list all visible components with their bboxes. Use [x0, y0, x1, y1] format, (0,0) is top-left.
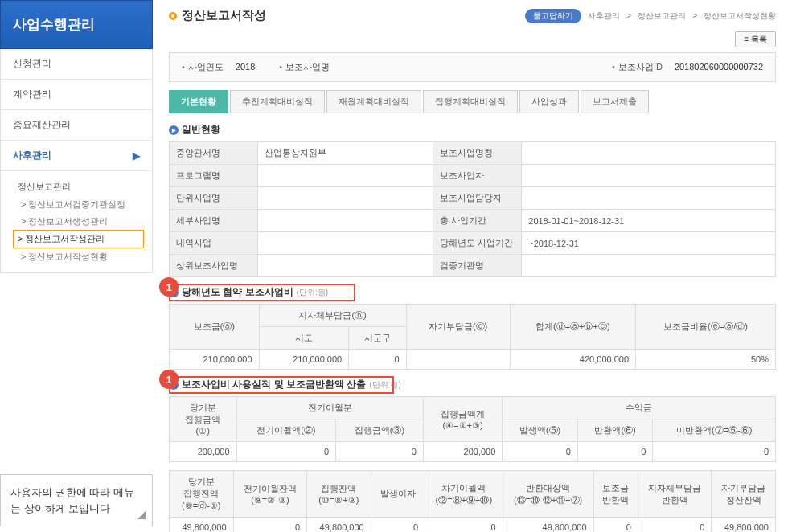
tab-plan[interactable]: 추진계획대비실적	[230, 90, 325, 113]
tab-basic[interactable]: 기본현황	[169, 90, 228, 113]
tab-exec[interactable]: 집행계획대비실적	[423, 90, 518, 113]
bizid-label: 보조사업ID	[618, 62, 663, 72]
usage-table-2: 당기분 집행잔액 (⑧=ⓓ-①) 전기이월잔액 (⑨=②-③) 집행잔액 (⑩=…	[169, 470, 776, 532]
info-bar: •사업연도2018 •보조사업명 •보조사업ID2018020600000007…	[169, 52, 776, 82]
bizname-label: 보조사업명	[285, 62, 330, 72]
sidebar-item-contract[interactable]: 계약관리	[1, 80, 152, 110]
list-button[interactable]: 목록	[735, 31, 776, 47]
year-label: 사업연도	[188, 62, 224, 72]
sidebar-sub-item-status[interactable]: > 정산보고서작성현황	[13, 248, 152, 265]
bullet-blue-icon	[169, 125, 179, 135]
section3-title: 보조사업비 사용실적 및 보조금반환액 산출 (단위:원)	[169, 378, 776, 391]
sidebar-sub-item-verify[interactable]: > 정산보고서검증기관설정	[13, 196, 152, 213]
sidebar-sub-item-write[interactable]: > 정산보고서작성관리	[13, 230, 144, 248]
tabs: 기본현황 추진계획대비실적 재원계획대비실적 집행계획대비실적 사업성과 보고서…	[169, 90, 776, 113]
sidebar-item-asset[interactable]: 중요재산관리	[1, 110, 152, 141]
sidebar-title: 사업수행관리	[0, 0, 153, 49]
breadcrumb: 물고답하기 사후관리 > 정산보고관리 > 정산보고서작성현황	[525, 9, 776, 23]
sidebar-note: 사용자의 권한에 따라 메뉴는 상이하게 보입니다	[0, 474, 153, 526]
tab-resource[interactable]: 재원계획대비실적	[326, 90, 421, 113]
chevron-right-icon: ▶	[133, 150, 140, 162]
page-title: 정산보고서작성	[169, 8, 266, 23]
usage-table-1: 당기분 집행금액 (①) 전기이월분 집행금액계 (④=①+③) 수익금 전기이…	[169, 396, 776, 462]
sidebar-sub-title: · 정산보고관리	[13, 178, 152, 196]
badge-1a: 1	[159, 277, 179, 297]
bullet-icon	[169, 12, 177, 20]
tab-submit[interactable]: 보고서제출	[581, 90, 649, 113]
section1-title: 일반현황	[169, 123, 776, 137]
sidebar-item-post[interactable]: 사후관리 ▶	[1, 141, 152, 171]
sidebar-item-apply[interactable]: 신청관리	[1, 49, 152, 80]
help-button[interactable]: 물고답하기	[525, 9, 581, 23]
budget-table: 보조금(ⓐ) 지자체부담금(ⓑ) 자기부담금(ⓒ) 합계(ⓓ=ⓐ+ⓑ+ⓒ) 보조…	[169, 304, 776, 370]
badge-1b: 1	[159, 370, 179, 389]
general-table: 중앙관서명산업통상자원부보조사업명칭 프로그램명 보조사업자 단위사업명 보조사…	[169, 141, 776, 277]
section2-title: 당해년도 협약 보조사업비 (단위:원)	[169, 285, 776, 299]
sidebar-item-label: 사후관리	[13, 149, 51, 162]
year-value: 2018	[236, 62, 255, 72]
tab-result[interactable]: 사업성과	[519, 90, 579, 113]
bizid-value: 201802060000000732	[675, 62, 763, 72]
sidebar-sub-item-create[interactable]: > 정산보고서생성관리	[13, 213, 152, 230]
